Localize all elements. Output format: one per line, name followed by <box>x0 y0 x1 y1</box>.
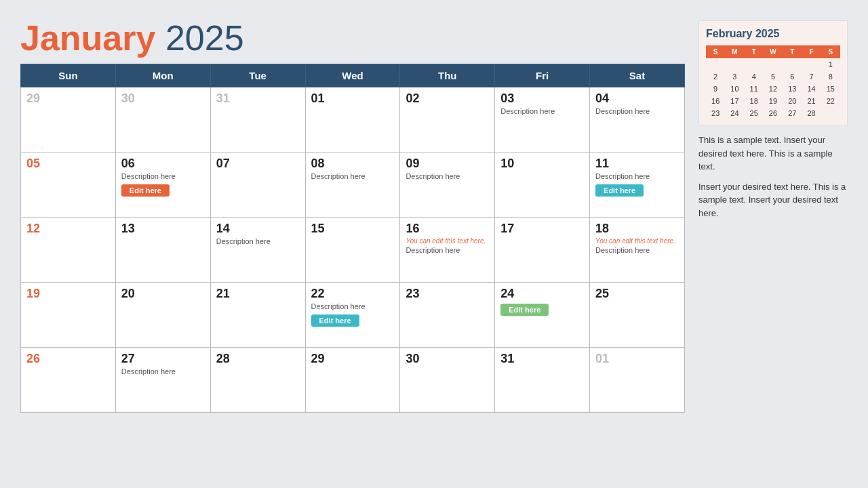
edit-button[interactable]: Edit here <box>500 304 549 316</box>
calendar-cell: 24Edit here <box>495 283 590 348</box>
mini-day-cell: 11 <box>745 83 764 95</box>
calendar-cell: 30 <box>400 348 495 413</box>
calendar-cell: 02 <box>400 87 495 152</box>
weekday-header-wed: Wed <box>305 64 400 87</box>
calendar-cell: 12 <box>21 218 116 283</box>
description-text: Description here <box>121 367 205 375</box>
calendar-cell: 04Description here <box>590 87 685 152</box>
day-number: 01 <box>595 352 679 366</box>
calendar-cell: 01 <box>590 348 685 413</box>
calendar-cell: 23 <box>400 283 495 348</box>
calendar-cell: 25 <box>590 283 685 348</box>
sidebar-text-1: This is a sample text. Insert your desir… <box>698 134 848 174</box>
mini-day-cell <box>821 107 840 119</box>
day-number: 24 <box>500 287 584 301</box>
edit-button[interactable]: Edit here <box>311 314 359 327</box>
day-number: 30 <box>406 352 489 366</box>
mini-day-cell: 24 <box>725 107 744 119</box>
day-number: 13 <box>121 222 205 236</box>
day-number: 18 <box>595 222 679 236</box>
mini-weekday-header: W <box>764 45 783 58</box>
day-number: 10 <box>500 157 584 171</box>
day-number: 03 <box>500 92 584 106</box>
mini-day-cell: 22 <box>821 95 840 107</box>
description-text: Description here <box>311 172 395 180</box>
mini-weekday-header: M <box>725 45 744 58</box>
day-number: 31 <box>500 352 584 366</box>
mini-day-cell: 26 <box>764 107 783 119</box>
day-number: 27 <box>121 352 205 366</box>
mini-day-cell <box>802 58 821 70</box>
day-number: 31 <box>216 92 300 106</box>
mini-day-cell: 27 <box>783 107 802 119</box>
mini-calendar-container: February 2025 SMTWTFS 123456789101112131… <box>698 20 848 125</box>
mini-day-cell: 14 <box>802 83 821 95</box>
day-number: 07 <box>216 157 300 171</box>
day-number: 30 <box>121 92 205 106</box>
day-number: 17 <box>500 222 584 236</box>
calendar-cell: 31 <box>210 87 305 152</box>
mini-weekday-header: S <box>706 45 725 58</box>
mini-day-cell: 8 <box>821 70 840 83</box>
calendar-cell: 29 <box>305 348 400 413</box>
calendar-cell: 01 <box>305 87 400 152</box>
day-number: 08 <box>311 157 395 171</box>
day-number: 26 <box>26 352 110 366</box>
calendar-cell: 20 <box>115 283 210 348</box>
description-text: Description here <box>121 172 205 180</box>
mini-day-cell: 17 <box>725 95 744 107</box>
weekday-header-mon: Mon <box>115 64 210 87</box>
day-number: 22 <box>311 287 395 301</box>
mini-day-cell: 4 <box>745 70 764 83</box>
description-text: Description here <box>500 107 584 115</box>
mini-day-cell <box>783 58 802 70</box>
calendar-cell: 17 <box>495 218 590 283</box>
edit-button[interactable]: Edit here <box>595 184 644 197</box>
mini-calendar-table: SMTWTFS 12345678910111213141516171819202… <box>706 45 840 119</box>
mini-day-cell: 16 <box>706 95 725 107</box>
mini-day-cell: 21 <box>802 95 821 107</box>
calendar-cell: 07 <box>210 152 305 218</box>
day-number: 12 <box>26 222 110 236</box>
description-text: Description here <box>216 237 300 245</box>
can-edit-text: You can edit this text here. <box>595 237 679 245</box>
day-number: 11 <box>595 157 679 171</box>
calendar-cell: 18You can edit this text here.Descriptio… <box>590 218 685 283</box>
day-number: 28 <box>216 352 300 366</box>
mini-day-cell: 10 <box>725 83 744 95</box>
weekday-header-tue: Tue <box>210 64 305 87</box>
day-number: 06 <box>121 157 205 171</box>
mini-day-cell <box>725 58 744 70</box>
mini-weekday-header: F <box>802 45 821 58</box>
mini-weekday-header: T <box>783 45 802 58</box>
mini-day-cell: 1 <box>821 58 840 70</box>
year-label: 2025 <box>165 18 244 58</box>
calendar-cell: 13 <box>115 218 210 283</box>
weekday-header-sun: Sun <box>21 64 116 87</box>
description-text: Description here <box>406 246 489 254</box>
day-number: 19 <box>26 287 110 301</box>
sidebar: February 2025 SMTWTFS 123456789101112131… <box>698 20 848 474</box>
calendar-cell: 14Description here <box>210 218 305 283</box>
mini-cal-title: February 2025 <box>706 28 840 40</box>
day-number: 05 <box>26 157 110 171</box>
mini-weekday-header: T <box>745 45 764 58</box>
day-number: 09 <box>406 157 489 171</box>
mini-day-cell <box>764 58 783 70</box>
day-number: 29 <box>26 92 110 106</box>
calendar-cell: 30 <box>115 87 210 152</box>
mini-day-cell: 25 <box>745 107 764 119</box>
sidebar-text-block: This is a sample text. Insert your desir… <box>698 134 848 226</box>
weekday-header-fri: Fri <box>495 64 590 87</box>
mini-day-cell: 7 <box>802 70 821 83</box>
day-number: 04 <box>595 92 679 106</box>
description-text: Description here <box>595 172 679 180</box>
edit-button[interactable]: Edit here <box>121 184 170 197</box>
day-number: 20 <box>121 287 205 301</box>
calendar-cell: 21 <box>210 283 305 348</box>
day-number: 15 <box>311 222 395 236</box>
day-number: 25 <box>595 287 679 301</box>
weekday-header-sat: Sat <box>590 64 685 87</box>
calendar-cell: 27Description here <box>115 348 210 413</box>
mini-weekday-header: S <box>821 45 840 58</box>
